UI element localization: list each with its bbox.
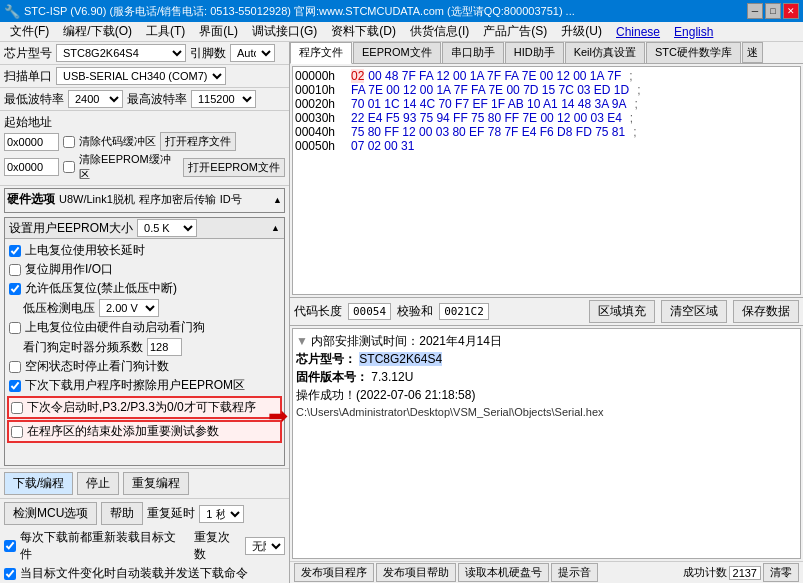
clear-code-checkbox[interactable] [63, 136, 75, 148]
start-addr-row: 起始地址 [4, 114, 285, 131]
tab-eeprom-file[interactable]: EEPROM文件 [353, 42, 441, 63]
clear-area-button[interactable]: 清空区域 [661, 300, 727, 323]
option-row-0: 上电复位使用较长延时 [7, 241, 282, 260]
menu-chinese[interactable]: Chinese [610, 24, 666, 40]
option-checkbox-8[interactable] [11, 402, 23, 414]
hex-display: 00000h 02 00 48 7F FA 12 00 1A 7F FA 7E … [292, 66, 801, 295]
option-checkbox-1[interactable] [9, 264, 21, 276]
start-addr-input[interactable] [4, 133, 59, 151]
count-label: 成功计数 [683, 565, 727, 580]
info-line-1: 芯片型号： STC8G2K64S4 [296, 351, 797, 368]
info-line-2: 固件版本号： 7.3.12U [296, 369, 797, 386]
tab-keil-sim[interactable]: Keil仿真设置 [565, 42, 645, 63]
detect-button[interactable]: 检测MCU选项 [4, 502, 97, 525]
info-fw-label: 固件版本号： [296, 370, 368, 384]
min-baud-select[interactable]: 2400 [68, 90, 123, 108]
tab-more[interactable]: 迷 [742, 42, 763, 63]
minimize-button[interactable]: ─ [747, 3, 763, 19]
eeprom-size-select[interactable]: 0.5 K [137, 219, 197, 237]
option-checkbox-0[interactable] [9, 245, 21, 257]
retry-select[interactable]: 1 秒 [199, 505, 244, 523]
open-eeprom-button[interactable]: 打开EEPROM文件 [183, 158, 285, 177]
tab-serial-helper[interactable]: 串口助手 [442, 42, 504, 63]
retry-count-select[interactable]: 无限 [245, 537, 285, 555]
auto-load-checkbox[interactable] [4, 540, 16, 552]
options-scroll-up[interactable]: ▲ [271, 223, 280, 233]
retry-label: 重复延时 [147, 505, 195, 522]
hex-bytes-5: 07 02 00 31 [351, 139, 414, 153]
option-checkbox-7[interactable] [9, 380, 21, 392]
publish-prog-button[interactable]: 发布项目程序 [294, 563, 374, 582]
hex-ascii-4: ; [633, 125, 636, 139]
open-prog-button[interactable]: 打开程序文件 [160, 132, 236, 151]
hex-bytes-2: 70 01 1C 14 4C 70 F7 EF 1F AB 10 A1 14 4… [351, 97, 627, 111]
menu-file[interactable]: 文件(F) [4, 22, 55, 41]
read-hw-button[interactable]: 读取本机硬盘号 [458, 563, 549, 582]
help-button[interactable]: 帮助 [101, 502, 143, 525]
clear-eeprom-checkbox[interactable] [63, 161, 75, 173]
option-row-7: 下次下载用户程序时擦除用户EEPROM区 [7, 376, 282, 395]
hw-options-label: 硬件选项 [7, 191, 55, 208]
menu-supply[interactable]: 供货信息(I) [404, 22, 475, 41]
fill-button[interactable]: 区域填充 [589, 300, 655, 323]
option-label-4: 上电复位位由硬件自动启动看门狗 [25, 319, 205, 336]
detect-buttons: 检测MCU选项 帮助 重复延时 1 秒 [0, 498, 289, 528]
hex-row-1: 00010h FA 7E 00 12 00 1A 7F FA 7E 00 7D … [295, 83, 798, 97]
clear-count-button[interactable]: 清零 [763, 563, 799, 582]
freq-select[interactable]: Auto [230, 44, 275, 62]
status-bar: 发布项目程序 发布项目帮助 读取本机硬盘号 提示音 成功计数 2137 清零 [290, 561, 803, 583]
option-checkbox-9[interactable] [11, 426, 23, 438]
option-checkbox-6[interactable] [9, 361, 21, 373]
hw-u8w: U8W/Link1脱机 [59, 192, 135, 207]
option-checkbox-2[interactable] [9, 283, 21, 295]
hint-button[interactable]: 提示音 [551, 563, 598, 582]
hex-byte-0-0: 02 [351, 69, 364, 83]
tab-stc-math[interactable]: STC硬件数学库 [646, 42, 741, 63]
title-text: STC-ISP (V6.90) (服务电话/销售电话: 0513-5501292… [24, 4, 575, 19]
publish-help-button[interactable]: 发布项目帮助 [376, 563, 456, 582]
auto-load-label: 每次下载前都重新装载目标文件 [20, 529, 186, 563]
info-test-time: 内部安排测试时间：2021年4月14日 [311, 334, 502, 348]
auto-send-label: 当目标文件变化时自动装载并发送下载命令 [20, 565, 248, 582]
max-baud-select[interactable]: 115200 [191, 90, 256, 108]
end-addr-input[interactable] [4, 158, 59, 176]
tab-program-file[interactable]: 程序文件 [290, 42, 352, 64]
info-fw-value: 7.3.12U [371, 370, 413, 384]
option-row-6: 空闲状态时停止看门狗计数 [7, 357, 282, 376]
tab-hid-helper[interactable]: HID助手 [505, 42, 564, 63]
menu-upgrade[interactable]: 升级(U) [555, 22, 608, 41]
wdt-divider-input[interactable] [147, 338, 182, 356]
auto-send-row: 当目标文件变化时自动装载并发送下载命令 [0, 564, 289, 583]
hw-scroll-up[interactable]: ▲ [273, 195, 282, 205]
chip-type-select[interactable]: STC8G2K64S4 [56, 44, 186, 62]
stop-button[interactable]: 停止 [77, 472, 119, 495]
hex-bytes-0-rest: 00 48 7F FA 12 00 1A 7F FA 7E 00 12 00 1… [368, 69, 621, 83]
options-header: 设置用户EEPROM大小 0.5 K ▲ [5, 218, 284, 239]
menu-download[interactable]: 资料下载(D) [325, 22, 402, 41]
maximize-button[interactable]: □ [765, 3, 781, 19]
hw-encrypt: 程序加密后传输 [139, 192, 216, 207]
auto-send-checkbox[interactable] [4, 568, 16, 580]
serial-select[interactable]: USB-SERIAL CH340 (COM7) [56, 67, 226, 85]
info-line-0: ▼ 内部安排测试时间：2021年4月14日 [296, 333, 797, 350]
menu-ui[interactable]: 界面(L) [193, 22, 244, 41]
info-filepath: C:\Users\Administrator\Desktop\VSM_Seria… [296, 406, 604, 418]
menu-ad[interactable]: 产品广告(S) [477, 22, 553, 41]
menu-english[interactable]: English [668, 24, 719, 40]
save-button[interactable]: 保存数据 [733, 300, 799, 323]
menu-program[interactable]: 编程/下载(O) [57, 22, 138, 41]
serial-label: 扫描单口 [4, 68, 52, 85]
option-checkbox-4[interactable] [9, 322, 21, 334]
clear-eeprom-label: 清除EEPROM缓冲区 [79, 152, 179, 182]
retry-delay-row: 重复延时 1 秒 [147, 502, 244, 525]
download-button[interactable]: 下载/编程 [4, 472, 73, 495]
option-label-6: 空闲状态时停止看门狗计数 [25, 358, 169, 375]
voltage-select[interactable]: 2.00 V [99, 299, 159, 317]
menu-tools[interactable]: 工具(T) [140, 22, 191, 41]
menu-debug[interactable]: 调试接口(G) [246, 22, 323, 41]
info-arrow: ▼ [296, 334, 308, 348]
reprogram-button[interactable]: 重复编程 [123, 472, 189, 495]
option-label-5: 看门狗定时器分频系数 [23, 339, 143, 356]
close-button[interactable]: ✕ [783, 3, 799, 19]
checksum-value: 0021C2 [439, 303, 489, 320]
